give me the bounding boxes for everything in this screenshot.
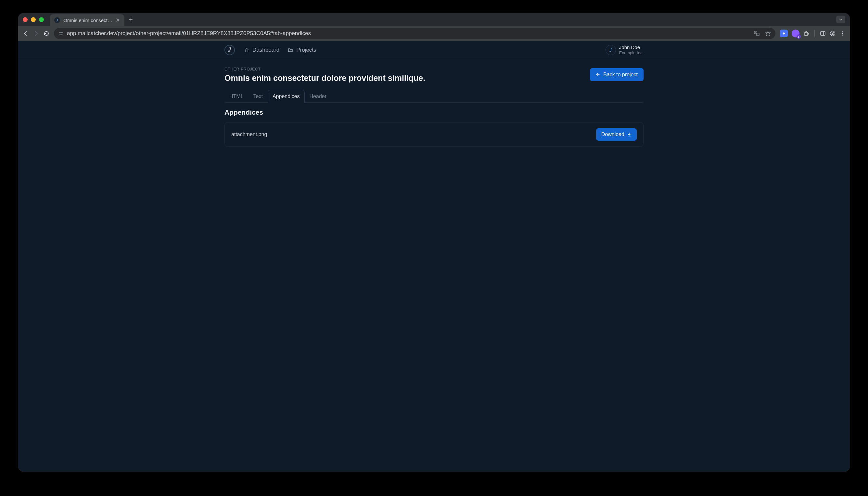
url-bar-icons: A — [754, 31, 771, 36]
url-bar[interactable]: app.mailcatcher.dev/project/other-projec… — [54, 28, 775, 39]
back-to-project-button[interactable]: Back to project — [590, 68, 644, 81]
user-name: John Doe — [619, 45, 644, 50]
side-panel-icon[interactable] — [820, 31, 826, 36]
reply-icon — [596, 73, 601, 77]
svg-rect-0 — [59, 32, 61, 33]
extension-icons — [780, 30, 845, 37]
profile-icon[interactable] — [830, 31, 836, 36]
app-content: J Dashboard Projects — [18, 41, 850, 471]
tab-appendices[interactable]: Appendices — [268, 90, 305, 103]
new-tab-button[interactable]: + — [129, 16, 133, 24]
url-text: app.mailcatcher.dev/project/other-projec… — [67, 30, 751, 37]
bookmark-icon[interactable] — [765, 31, 771, 36]
reload-icon[interactable] — [44, 31, 49, 36]
nav-projects-label: Projects — [296, 47, 316, 53]
tabs: HTML Text Appendices Header — [224, 90, 644, 103]
extension-profile-icon[interactable] — [792, 30, 800, 37]
tabs-dropdown-icon[interactable] — [836, 16, 845, 24]
svg-rect-3 — [61, 34, 63, 35]
chrome-url-row: app.mailcatcher.dev/project/other-projec… — [18, 26, 850, 41]
user-text: John Doe Example Inc. — [619, 45, 644, 56]
breadcrumb: OTHER PROJECT — [224, 67, 425, 72]
back-button-label: Back to project — [603, 72, 638, 78]
folder-icon — [288, 47, 293, 52]
extensions-menu-icon[interactable] — [803, 31, 809, 36]
avatar: J — [605, 45, 616, 55]
download-icon — [627, 132, 632, 137]
menu-icon[interactable] — [839, 31, 845, 36]
svg-point-4 — [60, 32, 61, 33]
divider — [815, 30, 815, 37]
user-menu[interactable]: J John Doe Example Inc. — [605, 45, 644, 56]
translate-icon[interactable]: A — [754, 31, 760, 36]
user-org: Example Inc. — [619, 50, 644, 56]
tab-strip-right — [836, 16, 845, 24]
tabs-row: J Omnis enim consectetur dolo ✕ + — [50, 13, 836, 26]
maximize-window-icon[interactable] — [39, 17, 44, 22]
svg-point-12 — [832, 32, 834, 34]
app-header: J Dashboard Projects — [18, 41, 850, 59]
forward-icon[interactable] — [33, 31, 39, 36]
close-window-icon[interactable] — [23, 17, 28, 22]
attachment-card: attachment.png Download — [224, 122, 644, 147]
tab-text[interactable]: Text — [248, 90, 268, 103]
extension-icon[interactable] — [780, 30, 788, 37]
page-head: OTHER PROJECT Omnis enim consectetur dol… — [224, 67, 644, 83]
svg-rect-9 — [821, 31, 825, 35]
svg-point-14 — [842, 33, 843, 34]
browser-tab[interactable]: J Omnis enim consectetur dolo ✕ — [50, 14, 124, 26]
browser-window: J Omnis enim consectetur dolo ✕ + ap — [18, 13, 850, 471]
close-tab-icon[interactable]: ✕ — [115, 17, 120, 23]
tab-html[interactable]: HTML — [224, 90, 248, 103]
svg-point-5 — [60, 34, 61, 35]
back-icon[interactable] — [23, 31, 29, 36]
page-body: OTHER PROJECT Omnis enim consectetur dol… — [224, 59, 644, 147]
section-title: Appendices — [224, 108, 644, 116]
window-controls — [23, 17, 44, 22]
svg-point-13 — [842, 31, 843, 32]
home-icon — [244, 47, 249, 52]
svg-rect-1 — [61, 32, 63, 33]
minimize-window-icon[interactable] — [31, 17, 36, 22]
chrome-tab-strip: J Omnis enim consectetur dolo ✕ + — [18, 13, 850, 26]
download-button[interactable]: Download — [596, 128, 637, 141]
nav-dashboard[interactable]: Dashboard — [244, 47, 279, 53]
svg-point-15 — [842, 35, 843, 36]
nav-links: Dashboard Projects — [244, 47, 316, 53]
tab-header[interactable]: Header — [305, 90, 331, 103]
tab-title: Omnis enim consectetur dolo — [63, 17, 112, 23]
favicon-icon: J — [54, 17, 60, 23]
nav-dashboard-label: Dashboard — [252, 47, 279, 53]
app-logo[interactable]: J — [224, 45, 235, 55]
svg-rect-2 — [59, 34, 61, 35]
title-block: OTHER PROJECT Omnis enim consectetur dol… — [224, 67, 425, 83]
nav-projects[interactable]: Projects — [288, 47, 316, 53]
attachment-file-name: attachment.png — [231, 131, 267, 137]
site-settings-icon[interactable] — [59, 31, 64, 36]
download-button-label: Download — [601, 131, 624, 137]
svg-text:A: A — [755, 32, 756, 34]
page-title: Omnis enim consectetur dolore provident … — [224, 73, 425, 83]
